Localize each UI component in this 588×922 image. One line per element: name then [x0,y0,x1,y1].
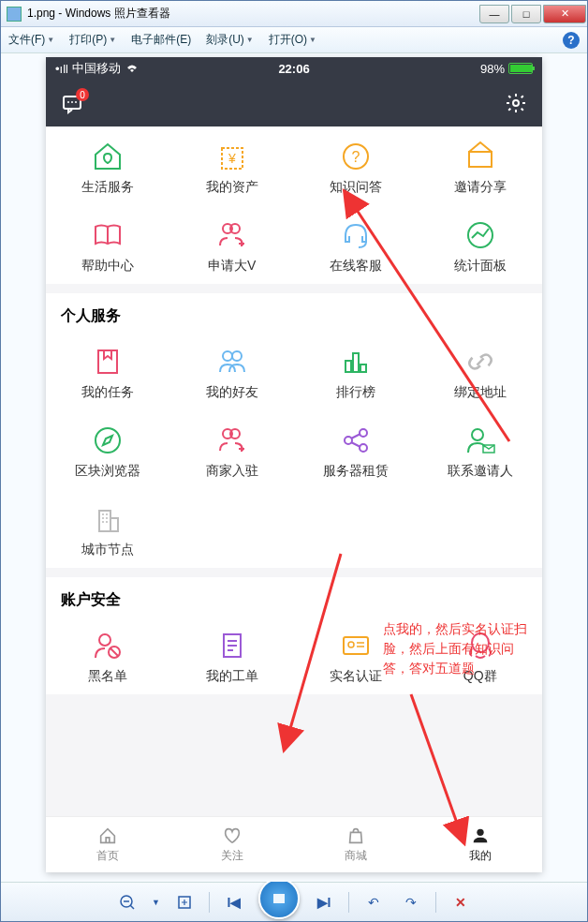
image-viewport: •ıll 中国移动 22:06 98% 0 [1,53,587,882]
svg-point-14 [223,351,232,361]
grid-label: 联系邀请人 [448,463,513,480]
menu-burn[interactable]: 刻录(U)▼ [206,32,254,48]
grid-my-tasks[interactable]: 我的任务 [46,332,170,410]
menu-open[interactable]: 打开(O)▼ [269,32,316,48]
settings-button[interactable] [505,92,527,114]
user-block-icon [91,629,125,662]
grid-online-service[interactable]: 在线客服 [294,205,419,284]
svg-point-4 [513,100,519,106]
delete-button[interactable]: ✕ [448,889,474,915]
home-icon [97,825,118,846]
app-header: 0 [46,80,542,126]
svg-rect-17 [353,353,359,372]
menu-print[interactable]: 打印(P)▼ [69,32,116,48]
tab-label: 我的 [469,848,492,864]
share-icon [339,424,373,457]
close-button[interactable]: ✕ [543,5,586,23]
grid-label: 在线客服 [330,258,382,275]
separator [435,892,436,913]
minimize-button[interactable]: — [479,5,509,23]
grid-bind-address[interactable]: 绑定地址 [419,332,543,410]
grid-invite-share[interactable]: 邀请分享 [419,126,543,205]
grid-label: 服务器租赁 [323,463,389,480]
carrier-name: 中国移动 [72,60,121,77]
grid-ticket[interactable]: 我的工单 [170,616,295,694]
grid-label: 申请大V [208,258,256,275]
grid-help-center[interactable]: 帮助中心 [46,205,170,284]
titlebar: 1.png - Windows 照片查看器 — □ ✕ [1,1,587,27]
svg-rect-18 [360,364,366,372]
zoom-out-button[interactable] [114,889,140,915]
status-time: 22:06 [278,62,309,76]
grid-label: 排行榜 [336,384,375,401]
grid-label: 区块浏览器 [75,463,140,480]
grid-ranking[interactable]: 排行榜 [294,332,419,410]
tab-home[interactable]: 首页 [46,817,170,872]
phone-content[interactable]: 生活服务 ¥我的资产 ?知识问答 邀请分享 帮助中心 申请大V 在线客服 统计面… [46,126,542,816]
grid-city-node[interactable]: 城市节点 [46,489,170,568]
grid-label: 我的任务 [81,384,134,401]
phone-statusbar: •ıll 中国移动 22:06 98% [46,57,542,80]
photo-viewer-window: 1.png - Windows 照片查看器 — □ ✕ 文件(F)▼ 打印(P)… [0,0,588,922]
top-grid-section: 生活服务 ¥我的资产 ?知识问答 邀请分享 帮助中心 申请大V 在线客服 统计面… [46,126,542,284]
grid-server-rent[interactable]: 服务器租赁 [294,410,419,489]
phone-screenshot: •ıll 中国移动 22:06 98% 0 [46,57,542,872]
menu-email[interactable]: 电子邮件(E) [131,32,191,48]
wifi-icon [125,63,140,74]
bookmark-icon [91,345,125,379]
grid-label: 黑名单 [88,668,127,685]
separator [348,892,349,913]
help-button[interactable]: ? [563,32,580,49]
grid-my-friends[interactable]: 我的好友 [170,332,295,410]
bars-icon [339,345,373,379]
chart-icon [463,218,497,252]
svg-point-1 [67,101,69,103]
grid-label: 绑定地址 [454,384,507,401]
separator [209,892,210,913]
money-icon: ¥ [215,140,249,173]
window-title: 1.png - Windows 照片查看器 [27,6,170,22]
zoom-menu-arrow[interactable]: ▼ [152,898,160,907]
tab-follow[interactable]: 关注 [170,817,295,872]
section-title: 个人服务 [46,293,542,332]
user-mail-icon [463,424,497,457]
tab-label: 关注 [221,848,243,864]
grid-label: 城市节点 [81,542,134,558]
slideshow-button[interactable] [258,878,300,919]
users-icon [215,345,249,379]
compass-icon [91,424,125,457]
grid-blacklist[interactable]: 黑名单 [46,616,170,694]
svg-point-3 [75,101,77,103]
tabbar: 首页 关注 商城 我的 [46,816,542,872]
grid-my-assets[interactable]: ¥我的资产 [170,126,295,205]
rotate-cw-button[interactable]: ↷ [398,889,424,915]
fit-button[interactable] [171,889,198,915]
rotate-ccw-button[interactable]: ↶ [360,889,387,915]
grid-contact-inviter[interactable]: 联系邀请人 [419,410,543,489]
menu-file[interactable]: 文件(F)▼ [8,32,54,48]
svg-rect-41 [273,894,285,903]
signal-icon: •ıll [55,62,68,76]
grid-apply-v[interactable]: 申请大V [170,205,295,284]
grid-qa[interactable]: ?知识问答 [294,126,419,205]
battery-pct: 98% [480,62,505,76]
grid-label: 生活服务 [81,179,134,196]
grid-label: 帮助中心 [81,258,134,275]
app-icon [7,7,22,22]
carrier-info: •ıll 中国移动 [55,60,140,77]
prev-button[interactable]: I◀ [221,889,247,915]
next-button[interactable]: ▶I [311,889,337,915]
maximize-button[interactable]: □ [511,5,541,23]
tab-mine[interactable]: 我的 [419,817,543,872]
viewer-controls: ▼ I◀ ▶I ↶ ↷ ✕ [1,882,587,921]
battery-info: 98% [480,62,533,76]
message-button[interactable]: 0 [61,92,83,114]
tab-mall[interactable]: 商城 [294,817,419,872]
grid-stats[interactable]: 统计面板 [419,205,543,284]
question-icon: ? [339,140,373,173]
grid-block-explorer[interactable]: 区块浏览器 [46,410,170,489]
grid-merchant[interactable]: 商家入驻 [170,410,295,489]
grid-label: 知识问答 [330,179,382,196]
svg-point-25 [472,429,483,440]
grid-life-service[interactable]: 生活服务 [46,126,170,205]
